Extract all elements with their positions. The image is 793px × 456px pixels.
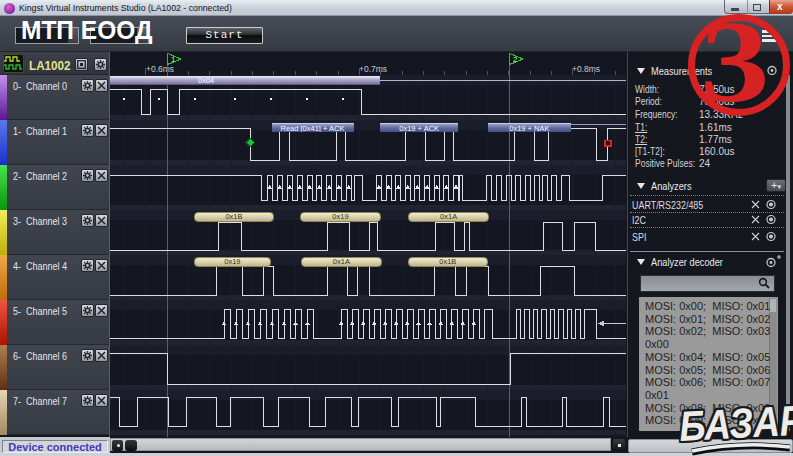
svg-text:1: 1 — [171, 55, 176, 64]
svg-text:2: 2 — [513, 55, 518, 64]
